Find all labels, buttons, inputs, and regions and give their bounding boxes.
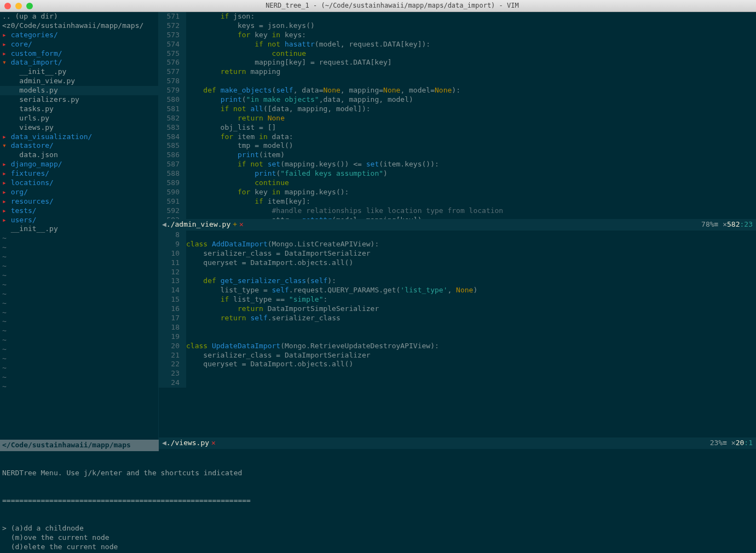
code-line[interactable]: 584 for item in data: xyxy=(159,133,756,142)
code-line[interactable]: 21 serializer_class = DataImportSerializ… xyxy=(159,351,756,360)
tree-folder[interactable]: ▸ locations/ xyxy=(0,178,158,188)
code-content[interactable]: queryset = DataImport.objects.all() xyxy=(186,258,756,268)
code-content[interactable]: return DataImportSimpleSerializer xyxy=(186,304,756,314)
code-content[interactable]: print("in make objects",data, mapping, m… xyxy=(186,95,756,105)
code-line[interactable]: 576 mapping[key] = request.DATA[key] xyxy=(159,58,756,67)
code-content[interactable]: return mapping xyxy=(186,67,756,77)
code-content[interactable]: if item[key]: xyxy=(186,197,756,206)
editor-pane-2[interactable]: 89class AddDataImport(Mongo.ListCreateAP… xyxy=(159,231,756,437)
code-content[interactable]: keys = json.keys() xyxy=(186,21,756,31)
code-line[interactable]: 9class AddDataImport(Mongo.ListCreateAPI… xyxy=(159,240,756,249)
code-content[interactable]: serializer_class = DataImportSerializer xyxy=(186,249,756,258)
code-line[interactable]: 15 if list_type == "simple": xyxy=(159,295,756,304)
close-window-icon[interactable] xyxy=(4,3,11,9)
tree-file[interactable]: __init__.py xyxy=(0,224,158,234)
tree-root[interactable]: <z0/Code/sustainhawaii/mapp/maps/ xyxy=(0,21,158,31)
tree-file[interactable]: data.json xyxy=(0,151,158,160)
code-line[interactable]: 19 xyxy=(159,332,756,342)
code-line[interactable]: 13 def get_serializer_class(self): xyxy=(159,276,756,286)
code-line[interactable]: 586 print(item) xyxy=(159,151,756,160)
tree-file[interactable]: tasks.py xyxy=(0,105,158,114)
code-content[interactable]: queryset = DataImport.objects.all() xyxy=(186,360,756,369)
close-icon[interactable]: ✕ xyxy=(237,220,244,229)
tree-folder[interactable]: ▸ org/ xyxy=(0,188,158,197)
code-line[interactable]: 20class UpdateDataImport(Mongo.RetrieveU… xyxy=(159,342,756,351)
code-line[interactable]: 592 #handle relationships like location … xyxy=(159,206,756,216)
tree-file[interactable]: views.py xyxy=(0,123,158,133)
tree-folder[interactable]: ▸ resources/ xyxy=(0,197,158,206)
code-content[interactable]: if not hasattr(model, request.DATA[key])… xyxy=(186,40,756,49)
code-line[interactable]: 22 queryset = DataImport.objects.all() xyxy=(159,360,756,369)
code-content[interactable]: if not all([data, mapping, model]): xyxy=(186,105,756,114)
code-content[interactable] xyxy=(186,268,756,277)
tree-file[interactable]: models.py xyxy=(0,86,158,95)
code-content[interactable]: return None xyxy=(186,114,756,123)
code-content[interactable]: continue xyxy=(186,49,756,59)
code-line[interactable]: 589 continue xyxy=(159,178,756,188)
tree-folder[interactable]: ▸ data_visualization/ xyxy=(0,133,158,142)
code-line[interactable]: 587 if not set(mapping.keys()) <= set(it… xyxy=(159,160,756,169)
code-content[interactable] xyxy=(186,369,756,378)
menu-item[interactable]: (m)ove the current node xyxy=(2,533,754,543)
code-line[interactable]: 24 xyxy=(159,378,756,388)
code-content[interactable]: #handle relationships like location type… xyxy=(186,206,756,216)
code-content[interactable]: class AddDataImport(Mongo.ListCreateAPIV… xyxy=(186,240,756,249)
minimize-window-icon[interactable] xyxy=(15,3,22,9)
code-content[interactable]: return self.serializer_class xyxy=(186,314,756,323)
code-content[interactable]: def make_objects(self, data=None, mappin… xyxy=(186,86,756,95)
code-content[interactable]: serializer_class = DataImportSerializer xyxy=(186,351,756,360)
code-line[interactable]: 578 xyxy=(159,77,756,86)
code-line[interactable]: 575 continue xyxy=(159,49,756,59)
code-content[interactable]: if json: xyxy=(186,12,756,21)
code-content[interactable]: print("failed keys assumption") xyxy=(186,169,756,178)
code-line[interactable]: 588 print("failed keys assumption") xyxy=(159,169,756,178)
nerdtree-menu[interactable]: NERDTree Menu. Use j/k/enter and the sho… xyxy=(0,449,756,553)
code-line[interactable]: 591 if item[key]: xyxy=(159,197,756,206)
code-line[interactable]: 577 return mapping xyxy=(159,67,756,77)
code-line[interactable]: 11 queryset = DataImport.objects.all() xyxy=(159,258,756,268)
code-line[interactable]: 17 return self.serializer_class xyxy=(159,314,756,323)
tree-file[interactable]: serializers.py xyxy=(0,95,158,105)
code-content[interactable]: tmp = model() xyxy=(186,141,756,151)
tree-folder[interactable]: ▸ tests/ xyxy=(0,206,158,216)
tree-folder[interactable]: ▸ custom_form/ xyxy=(0,49,158,59)
tree-folder[interactable]: ▸ fixtures/ xyxy=(0,169,158,178)
tree-folder[interactable]: ▸ core/ xyxy=(0,40,158,49)
tree-folder[interactable]: ▸ django_mapp/ xyxy=(0,160,158,169)
code-content[interactable]: continue xyxy=(186,178,756,188)
tree-file[interactable]: __init__.py xyxy=(0,67,158,77)
code-line[interactable]: 23 xyxy=(159,369,756,378)
code-line[interactable]: 580 print("in make objects",data, mappin… xyxy=(159,95,756,105)
code-line[interactable]: 574 if not hasattr(model, request.DATA[k… xyxy=(159,40,756,49)
code-content[interactable] xyxy=(186,231,756,240)
code-content[interactable] xyxy=(186,378,756,388)
code-line[interactable]: 8 xyxy=(159,231,756,240)
code-content[interactable]: def get_serializer_class(self): xyxy=(186,276,756,286)
code-content[interactable] xyxy=(186,332,756,342)
tree-file[interactable]: admin_view.py xyxy=(0,77,158,86)
code-line[interactable]: 572 keys = json.keys() xyxy=(159,21,756,31)
tree-folder[interactable]: ▸ users/ xyxy=(0,216,158,225)
tree-folder[interactable]: ▾ datastore/ xyxy=(0,141,158,151)
code-line[interactable]: 18 xyxy=(159,323,756,332)
code-line[interactable]: 581 if not all([data, mapping, model]): xyxy=(159,105,756,114)
code-line[interactable]: 573 for key in keys: xyxy=(159,31,756,40)
menu-item[interactable]: (d)elete the current node xyxy=(2,543,754,552)
tree-folder[interactable]: ▸ categories/ xyxy=(0,31,158,40)
code-line[interactable]: 579 def make_objects(self, data=None, ma… xyxy=(159,86,756,95)
maximize-window-icon[interactable] xyxy=(26,3,33,9)
code-line[interactable]: 582 return None xyxy=(159,114,756,123)
code-content[interactable]: for key in mapping.keys(): xyxy=(186,188,756,197)
code-line[interactable]: 16 return DataImportSimpleSerializer xyxy=(159,304,756,314)
code-line[interactable]: 12 xyxy=(159,268,756,277)
code-line[interactable]: 10 serializer_class = DataImportSerializ… xyxy=(159,249,756,258)
tree-folder[interactable]: ▾ data_import/ xyxy=(0,58,158,67)
close-icon[interactable]: ✕ xyxy=(209,439,216,448)
code-content[interactable]: obj_list = [] xyxy=(186,123,756,133)
menu-item[interactable]: > (a)dd a childnode xyxy=(2,524,754,533)
code-content[interactable] xyxy=(186,323,756,332)
code-content[interactable]: list_type = self.request.QUERY_PARAMS.ge… xyxy=(186,286,756,295)
code-line[interactable]: 585 tmp = model() xyxy=(159,141,756,151)
code-line[interactable]: 590 for key in mapping.keys(): xyxy=(159,188,756,197)
code-content[interactable] xyxy=(186,77,756,86)
